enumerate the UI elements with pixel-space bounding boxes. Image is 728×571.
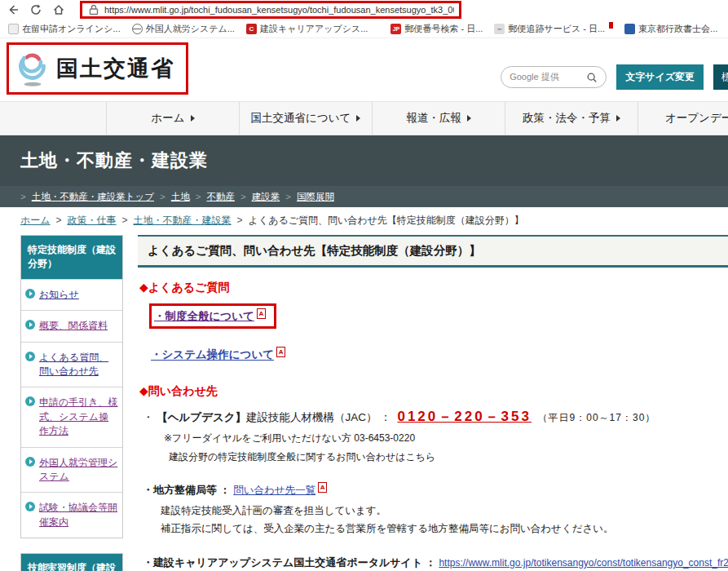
sidebar-section-title: 特定技能制度（建設分野） (21, 236, 122, 279)
global-nav: ホーム 国土交通省について 報道・広報 政策・法令・予算 オープンデータ (0, 101, 728, 135)
helpdesk-note-freedial: ※フリーダイヤルをご利用いただけない方 03-6453-0220 (164, 432, 728, 445)
sidebar-item-shuurou[interactable]: 外国人就労管理システム (21, 447, 122, 493)
arrow-circle-icon (25, 320, 35, 330)
ccus-portal-row: ・建設キャリアアップシステム国土交通省ポータルサイト ： https://www… (143, 556, 728, 570)
helpdesk-row: ・ 【ヘルプデスク】建設技能人材機構（JAC） ： 0120－220－353 （… (143, 407, 728, 426)
pdf-icon: A (276, 347, 285, 357)
nav-item-policy[interactable]: 政策・法令・予算 (505, 102, 638, 135)
search-provider-label: Google 提供 (510, 71, 559, 83)
sidebar-item-gaiyou[interactable]: 概要、関係資料 (21, 310, 122, 341)
browser-toolbar: https://www.mlit.go.jp/tochi_fudousan_ke… (0, 0, 728, 20)
breadcrumb-home[interactable]: ホーム (20, 214, 51, 228)
main-content: よくあるご質問、問い合わせ先【特定技能制度（建設分野）】 ◆よくあるご質問 ・制… (138, 235, 728, 571)
breadcrumb: ホーム > 政策・仕事 > 土地・不動産・建設業 > よくあるご質問、問い合わせ… (0, 209, 728, 232)
header-controls: Google 提供 文字サイズ変更 標準 (501, 64, 728, 90)
nav-item-opendata[interactable]: オープンデータ (638, 102, 728, 135)
pdf-icon: A (318, 482, 327, 493)
banner-link-fudousan[interactable]: 不動産 (206, 191, 235, 203)
sidebar-item-shiken[interactable]: 試験・協議会等開催案内 (21, 492, 122, 538)
faq-heading: ◆よくあるご質問 (139, 281, 728, 295)
sidebar-section-tokutei: 特定技能制度（建設分野） お知らせ 概要、関係資料 よくある質問、問い合わせ先 … (20, 235, 123, 538)
sidebar-section-ginou: 技能実習制度（建設分野） 背景、概要 各種資料 (20, 553, 123, 571)
helpdesk-note-general: 建設分野の特定技能制度全般に関するお問い合わせはこちら (169, 450, 728, 464)
red-badge-icon (609, 22, 613, 29)
mlit-logo-icon[interactable] (15, 50, 50, 87)
page-title: よくあるご質問、問い合わせ先【特定技能制度（建設分野）】 (138, 235, 728, 268)
site-header: 国土交通省 Google 提供 文字サイズ変更 標準 (0, 38, 728, 101)
helpdesk-label: 【ヘルプデスク】 (157, 411, 246, 423)
banner-link-kensetsugyo[interactable]: 建設業 (252, 191, 280, 203)
bookmark-item[interactable]: C建設キャリアアップシス... (246, 23, 368, 35)
bookmark-item[interactable]: 在留申請オンラインシ... (8, 23, 121, 35)
logo-annotation-box: 国土交通省 (7, 42, 188, 95)
japan-post-icon: JP (390, 24, 401, 34)
sidebar: 特定技能制度（建設分野） お知らせ 概要、関係資料 よくある質問、問い合わせ先 … (20, 235, 123, 571)
regional-note-2: 補正指示に関しては、受入企業の主たる営業所を管轄する地方整備局等にお問い合わせく… (161, 522, 728, 536)
back-icon[interactable] (7, 3, 20, 16)
faq-link-general[interactable]: ・制度全般について (154, 310, 254, 322)
sidebar-item-faq[interactable]: よくある質問、問い合わせ先 (21, 342, 122, 387)
faq-link-annotation-box: ・制度全般についてA (149, 303, 276, 329)
site-logo-text[interactable]: 国土交通省 (56, 54, 174, 83)
nav-item-home[interactable]: ホーム (106, 102, 239, 135)
nav-item-about[interactable]: 国土交通省について (239, 102, 372, 135)
font-size-change-button[interactable]: 文字サイズ変更 (616, 64, 704, 90)
ccus-portal-link[interactable]: https://www.mlit.go.jp/totikensangyo/con… (439, 557, 728, 569)
site-search-input[interactable]: Google 提供 (501, 66, 607, 88)
helpdesk-phone-link[interactable]: 0120－220－353 (397, 409, 532, 424)
url-bar-annotation-box: https://www.mlit.go.jp/tochi_fudousan_ke… (80, 1, 461, 19)
font-size-standard-button[interactable]: 標準 (713, 64, 728, 90)
sidebar-item-oshirase[interactable]: お知らせ (21, 279, 122, 310)
section-banner-links: >土地・不動産・建設業トップ >土地 >不動産 >建設業 >国際展開 (0, 186, 728, 207)
arrow-circle-icon (25, 396, 35, 406)
bookmark-item[interactable]: JP郵便番号検索 - 日... (390, 23, 483, 35)
globe-icon (132, 24, 143, 34)
chevron-right-icon (356, 115, 360, 122)
tokyo-gyosei-icon (624, 24, 635, 34)
ccus-favicon-icon: C (246, 24, 257, 34)
regional-contact-list-link[interactable]: 問い合わせ先一覧 (233, 485, 315, 496)
helpdesk-hours: （平日9：00～17：30） (538, 412, 656, 423)
regional-row: ・地方整備局等 ： 問い合わせ先一覧A (143, 482, 728, 498)
regional-note-1: 建設特定技能受入計画の審査を担当しています。 (161, 504, 728, 518)
chevron-right-icon (467, 115, 471, 122)
tracking-icon: ～ (494, 24, 505, 34)
faq-link-system[interactable]: ・システム操作について (151, 349, 274, 361)
banner-link-tochi[interactable]: 土地 (171, 191, 190, 203)
breadcrumb-section[interactable]: 土地・不動産・建設業 (134, 214, 232, 228)
breadcrumb-policy[interactable]: 政策・仕事 (68, 214, 117, 228)
bookmarks-bar: 在留申請オンラインシ... 外国人就労システム... C建設キャリアアップシス.… (0, 20, 728, 38)
chevron-right-icon (616, 115, 620, 122)
breadcrumb-current: よくあるご質問、問い合わせ先【特定技能制度（建設分野）】 (249, 214, 524, 228)
nav-item-press[interactable]: 報道・広報 (372, 102, 505, 135)
bookmark-item[interactable]: 東京都行政書士会... (624, 23, 717, 35)
section-banner-title: 土地・不動産・建設業 (0, 135, 728, 186)
sidebar-item-shinsei[interactable]: 申請の手引き、様式、システム操作方法 (21, 387, 122, 446)
bookmark-item[interactable]: 外国人就労システム... (132, 23, 235, 35)
arrow-circle-icon (25, 502, 35, 511)
home-icon[interactable] (52, 3, 65, 16)
banner-link-top[interactable]: 土地・不動産・建設業トップ (32, 191, 154, 203)
arrow-circle-icon (25, 352, 35, 361)
chevron-right-icon (191, 115, 195, 122)
bookmark-item[interactable]: ～郵便追跡サービス - 日... (494, 23, 613, 35)
contact-heading: ◆問い合わせ先 (139, 384, 728, 399)
sidebar-section-title: 技能実習制度（建設分野） (21, 554, 122, 571)
lock-icon (87, 3, 100, 16)
reload-icon[interactable] (29, 3, 42, 16)
pdf-icon: A (257, 308, 266, 319)
banner-link-kokusai[interactable]: 国際展開 (297, 191, 334, 203)
arrow-circle-icon (25, 457, 35, 467)
url-text[interactable]: https://www.mlit.go.jp/tochi_fudousan_ke… (104, 5, 454, 15)
arrow-circle-icon (25, 289, 35, 299)
page-icon (8, 24, 19, 34)
search-icon[interactable] (586, 72, 598, 83)
